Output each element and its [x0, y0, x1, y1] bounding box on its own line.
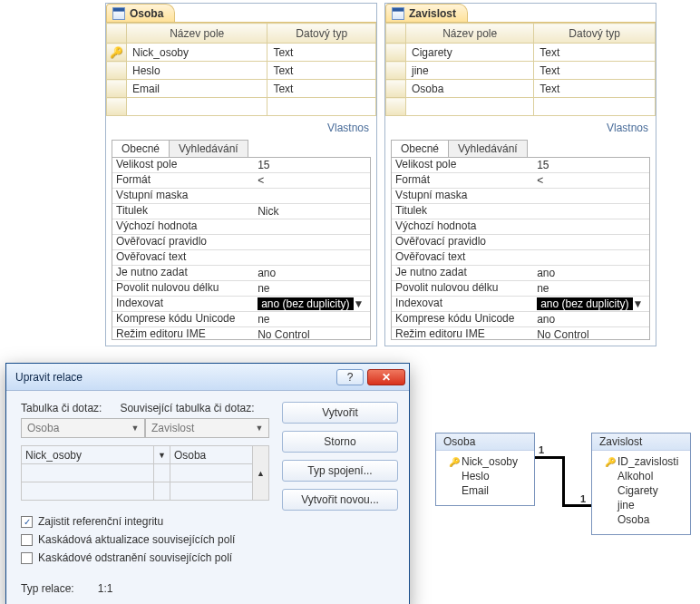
field-type-cell[interactable]: Text	[534, 80, 656, 98]
field-grid[interactable]: Název pole Datový typ CigaretyTextjineTe…	[385, 23, 656, 116]
property-row[interactable]: Výchozí hodnota	[112, 219, 370, 235]
field-name-cell[interactable]: Email	[127, 80, 267, 98]
chk-enforce-integrity[interactable]: ✓ Zajistit referenční integritu	[21, 515, 269, 528]
field-type-cell[interactable]: Text	[534, 44, 656, 62]
property-value[interactable]: ano	[533, 266, 649, 280]
field-row[interactable]: EmailText	[107, 80, 376, 98]
create-new-button[interactable]: Vytvořit novou...	[282, 489, 398, 511]
property-row[interactable]: Komprese kódu Unicodeano	[392, 312, 649, 327]
property-value[interactable]: ano	[254, 266, 370, 280]
panel-tab-active[interactable]: Zavislost	[385, 4, 468, 22]
map-left-field[interactable]: Nick_osoby	[22, 446, 154, 464]
field-name-cell[interactable]: Heslo	[127, 62, 267, 80]
property-row[interactable]: Formát<	[392, 173, 649, 189]
entity-field[interactable]: jine	[605, 498, 683, 512]
property-value[interactable]: ne	[533, 281, 649, 296]
property-value[interactable]: 15	[533, 158, 649, 172]
field-type-cell[interactable]: Text	[534, 62, 656, 80]
property-value[interactable]	[254, 250, 370, 265]
field-name-cell[interactable]: Cigarety	[406, 44, 534, 62]
property-row[interactable]: Velikost pole15	[112, 158, 370, 173]
cancel-button[interactable]: Storno	[282, 431, 398, 453]
field-grid[interactable]: Název pole Datový typ 🔑Nick_osobyTextHes…	[106, 23, 376, 116]
property-value[interactable]: 15	[254, 158, 370, 172]
combo-related[interactable]: Zavislost ▼	[145, 418, 269, 438]
close-button[interactable]: ✕	[367, 369, 405, 385]
property-value[interactable]	[533, 235, 649, 249]
row-selector[interactable]	[386, 44, 406, 62]
entity-field[interactable]: Cigarety	[605, 483, 683, 498]
entity-field[interactable]: 🔑Nick_osoby	[449, 454, 527, 469]
property-value[interactable]: Nick	[254, 204, 370, 219]
create-button[interactable]: Vytvořit	[282, 402, 398, 424]
property-value[interactable]	[254, 189, 370, 203]
property-row[interactable]: Vstupní maska	[392, 189, 649, 204]
field-name-cell[interactable]: jine	[406, 62, 534, 80]
entity-field[interactable]: Email	[449, 483, 527, 498]
field-type-cell[interactable]: Text	[267, 80, 376, 98]
property-value[interactable]	[533, 189, 649, 203]
property-value[interactable]: ne	[254, 281, 370, 296]
property-value[interactable]: ano	[533, 312, 649, 326]
chevron-down-icon[interactable]: ▼	[153, 446, 170, 464]
entity-field[interactable]: Heslo	[449, 469, 527, 483]
field-row[interactable]: HesloText	[107, 62, 376, 80]
property-row[interactable]: Titulek	[392, 204, 649, 219]
field-name-cell[interactable]: Nick_osoby	[127, 44, 267, 62]
dialog-titlebar[interactable]: Upravit relace ? ✕	[6, 364, 409, 391]
property-row[interactable]: Ověřovací pravidlo	[112, 235, 370, 250]
tab-lookup[interactable]: Vyhledávání	[170, 140, 248, 157]
property-row[interactable]: Ověřovací text	[392, 250, 649, 266]
entity-osoba[interactable]: Osoba 🔑Nick_osobyHesloEmail	[435, 433, 535, 506]
property-row[interactable]: Výchozí hodnota	[392, 219, 649, 235]
property-value[interactable]	[533, 219, 649, 234]
property-value[interactable]: ano (bez duplicity)▼	[254, 297, 370, 311]
chk-cascade-delete[interactable]: Kaskádové odstranění souvisejících polí	[21, 551, 269, 564]
help-button[interactable]: ?	[336, 369, 364, 385]
property-row[interactable]: Ověřovací text	[112, 250, 370, 266]
property-value[interactable]: No Control	[533, 327, 649, 339]
row-selector[interactable]	[107, 62, 127, 80]
field-mapping-grid[interactable]: Nick_osoby ▼ Osoba ▲	[21, 445, 269, 501]
property-row[interactable]: Režim editoru IMENo Control	[112, 327, 370, 339]
property-grid-scroll[interactable]: Velikost pole15Formát<Vstupní maskaTitul…	[392, 158, 649, 339]
property-row[interactable]: Povolit nulovou délkune	[392, 281, 649, 297]
property-row[interactable]: Povolit nulovou délkune	[112, 281, 370, 297]
row-selector[interactable]	[107, 80, 127, 98]
field-row[interactable]: jineText	[386, 62, 656, 80]
field-name-cell[interactable]: Osoba	[406, 80, 534, 98]
panel-tab-active[interactable]: Osoba	[106, 4, 175, 22]
property-value[interactable]	[254, 219, 370, 234]
property-value[interactable]	[533, 250, 649, 265]
property-row[interactable]: Velikost pole15	[392, 158, 649, 173]
property-value[interactable]: <	[533, 173, 649, 188]
chevron-down-icon[interactable]: ▼	[354, 297, 365, 310]
property-row[interactable]: Je nutno zadatano	[112, 266, 370, 281]
entity-zavislost[interactable]: Zavislost 🔑ID_zavislostiAlkoholCigaretyj…	[591, 433, 691, 535]
property-value[interactable]: <	[254, 173, 370, 188]
field-type-cell[interactable]: Text	[267, 44, 376, 62]
scrollbar[interactable]: ▲	[253, 446, 269, 501]
row-selector[interactable]: 🔑	[107, 44, 127, 62]
field-type-cell[interactable]: Text	[267, 62, 376, 80]
entity-field[interactable]: Osoba	[605, 512, 683, 527]
property-value[interactable]: ano (bez duplicity)▼	[533, 297, 649, 311]
entity-field[interactable]: 🔑ID_zavislosti	[605, 454, 683, 469]
property-row[interactable]: Je nutno zadatano	[392, 266, 649, 281]
property-value[interactable]	[254, 235, 370, 249]
property-row[interactable]: Indexovatano (bez duplicity)▼	[392, 297, 649, 312]
join-type-button[interactable]: Typ spojení...	[282, 460, 398, 482]
property-value[interactable]	[533, 204, 649, 219]
property-row[interactable]: Režim editoru IMENo Control	[392, 327, 649, 339]
property-row[interactable]: Vstupní maska	[112, 189, 370, 204]
combo-table[interactable]: Osoba ▼	[21, 418, 145, 438]
field-row[interactable]: OsobaText	[386, 80, 656, 98]
row-selector[interactable]	[386, 62, 406, 80]
chevron-down-icon[interactable]: ▼	[633, 297, 644, 310]
entity-field[interactable]: Alkohol	[605, 469, 683, 483]
property-row[interactable]: Formát<	[112, 173, 370, 189]
field-row[interactable]: 🔑Nick_osobyText	[107, 44, 376, 62]
property-row[interactable]: Komprese kódu Unicodene	[112, 312, 370, 327]
property-row[interactable]: Indexovatano (bez duplicity)▼	[112, 297, 370, 312]
map-right-field[interactable]: Osoba	[170, 446, 252, 464]
